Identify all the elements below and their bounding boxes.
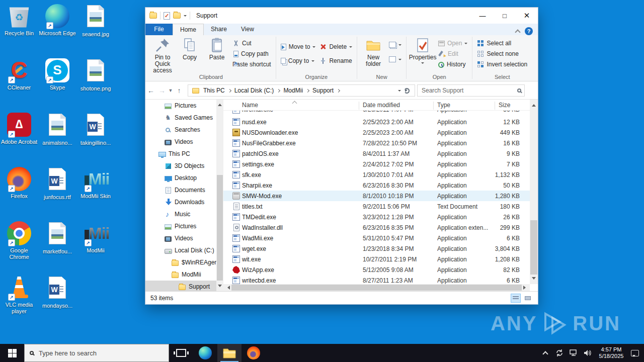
table-row[interactable]: nusd.exe 2/25/2023 2:00 AM Application 1…: [223, 117, 530, 127]
desktop-icon[interactable]: junfocus.rtf: [38, 165, 76, 219]
easy-access-button[interactable]: [387, 54, 404, 64]
taskbar-firefox-button[interactable]: [242, 344, 266, 362]
tab-share[interactable]: Share: [204, 24, 234, 35]
desktop-icon[interactable]: Microsoft Edge: [38, 2, 76, 56]
address-bar[interactable]: This PC Local Disk (C:) ModMii Support: [188, 84, 415, 97]
nav-item[interactable]: This PC: [145, 148, 216, 160]
paste-shortcut-button[interactable]: Paste shortcut: [230, 59, 273, 69]
column-header-name[interactable]: Name: [242, 102, 258, 109]
table-row[interactable]: hiremal.exe 6/26/2011 7:07 PM Applicatio…: [223, 111, 530, 117]
scroll-up-icon[interactable]: [532, 102, 536, 107]
refresh-icon[interactable]: [404, 88, 410, 94]
search-box[interactable]: [417, 84, 525, 97]
tab-home[interactable]: Home: [173, 24, 204, 35]
nav-item[interactable]: 3D Objects: [145, 160, 216, 172]
scroll-right-icon[interactable]: [523, 286, 528, 290]
desktop-icon[interactable]: shotone.png: [76, 56, 115, 111]
desktop-icon[interactable]: Recycle Bin: [0, 2, 38, 56]
new-item-button[interactable]: [387, 40, 404, 50]
tab-file[interactable]: File: [145, 24, 173, 35]
tray-sync-button[interactable]: [553, 344, 566, 362]
scroll-down-icon[interactable]: [532, 277, 536, 282]
copy-button[interactable]: Copy: [176, 36, 203, 73]
back-button[interactable]: ←: [145, 86, 156, 95]
breadcrumb-item[interactable]: Local Disk (C:): [232, 87, 276, 94]
large-icons-view-button[interactable]: [523, 294, 533, 303]
up-button[interactable]: ↑: [174, 86, 185, 95]
desktop-icon[interactable]: ModMii: [76, 219, 115, 274]
breadcrumb-item[interactable]: Support: [310, 87, 336, 94]
table-row[interactable]: Sharpii.exe 6/23/2016 8:30 PM Applicatio…: [223, 180, 530, 191]
nav-scrollbar-thumb[interactable]: [217, 175, 223, 281]
invert-selection-button[interactable]: Invert selection: [475, 59, 529, 69]
nav-item[interactable]: Pictures: [145, 100, 216, 112]
h-scrollbar-thumb[interactable]: [231, 285, 522, 291]
close-button[interactable]: ✕: [516, 8, 538, 24]
minimize-button[interactable]: —: [471, 8, 494, 24]
taskbar-edge-button[interactable]: [193, 344, 217, 362]
cut-button[interactable]: Cut: [230, 38, 273, 48]
scroll-down-icon[interactable]: [218, 285, 222, 289]
table-row[interactable]: wget.exe 1/23/2018 8:34 PM Application 3…: [223, 243, 530, 254]
nav-scrollbar[interactable]: [216, 100, 223, 291]
move-to-button[interactable]: Move to: [279, 42, 318, 52]
nav-item[interactable]: Downloads: [145, 196, 216, 208]
desktop-icon[interactable]: marketfou...: [38, 219, 76, 274]
desktop-icon[interactable]: mondayso...: [38, 274, 76, 328]
qat-customize-chevron-icon[interactable]: [184, 15, 187, 18]
table-row[interactable]: settings.exe 2/24/2012 7:02 PM Applicati…: [223, 159, 530, 169]
table-row[interactable]: TMDedit.exe 3/23/2012 1:28 PM Applicatio…: [223, 212, 530, 222]
table-row[interactable]: patchIOS.exe 8/4/2011 1:37 AM Applicatio…: [223, 148, 530, 159]
taskbar-explorer-button[interactable]: [217, 344, 242, 362]
copy-path-button[interactable]: Copy path: [230, 49, 273, 59]
breadcrumb-item[interactable]: ModMii: [281, 87, 305, 94]
edit-button[interactable]: Edit: [436, 49, 469, 59]
desktop-icon[interactable]: VLC media player: [0, 274, 38, 328]
nav-item[interactable]: Support: [145, 281, 216, 291]
nav-item[interactable]: Videos: [145, 232, 216, 244]
tab-view[interactable]: View: [234, 24, 261, 35]
table-row[interactable]: WizApp.exe 5/12/2005 9:08 AM Application…: [223, 264, 530, 275]
nav-item[interactable]: Desktop: [145, 172, 216, 184]
action-center-button[interactable]: [629, 344, 641, 362]
details-view-button[interactable]: [511, 294, 521, 303]
nav-item[interactable]: Local Disk (C:): [145, 244, 216, 256]
address-dropdown-chevron-icon[interactable]: [398, 90, 401, 93]
recent-locations-chevron-icon[interactable]: ▼: [168, 88, 174, 93]
table-row[interactable]: NusFileGrabber.exe 7/28/2022 10:50 PM Ap…: [223, 138, 530, 148]
column-divider[interactable]: [433, 102, 434, 110]
file-scrollbar-thumb[interactable]: [530, 220, 537, 275]
nav-item[interactable]: Pictures: [145, 220, 216, 232]
table-row[interactable]: titles.txt 9/2/2011 5:06 PM Text Documen…: [223, 201, 530, 212]
task-view-button[interactable]: [169, 344, 193, 362]
nav-item[interactable]: Saved Games: [145, 112, 216, 124]
taskbar-search[interactable]: [24, 344, 169, 362]
scroll-left-icon[interactable]: [225, 286, 230, 290]
scroll-up-icon[interactable]: [218, 102, 222, 106]
column-header-size[interactable]: Size: [499, 102, 510, 109]
desktop-icon[interactable]: Firefox: [0, 165, 38, 219]
desktop-icon[interactable]: Adobe Acrobat: [0, 111, 38, 165]
table-row[interactable]: sfk.exe 1/30/2010 7:01 AM Application 1,…: [223, 169, 530, 180]
file-list-horizontal-scrollbar[interactable]: [223, 284, 530, 291]
forward-button[interactable]: →: [156, 86, 168, 95]
desktop-icon[interactable]: Skype: [38, 56, 76, 111]
properties-button[interactable]: Properties: [409, 36, 436, 73]
copy-to-button[interactable]: Copy to: [279, 56, 318, 66]
search-input[interactable]: [421, 86, 517, 95]
volume-button[interactable]: [582, 344, 594, 362]
breadcrumb-item[interactable]: This PC: [201, 87, 227, 94]
table-row[interactable]: SMW-Mod.exe 8/1/2010 10:18 PM Applicatio…: [223, 191, 530, 201]
nav-item[interactable]: Music: [145, 208, 216, 220]
desktop-icon[interactable]: seaend.jpg: [76, 2, 115, 56]
file-list-vertical-scrollbar[interactable]: [530, 100, 538, 284]
tray-expand-button[interactable]: [539, 344, 551, 362]
column-header-date-modified[interactable]: Date modified: [363, 102, 400, 109]
qat-properties-icon[interactable]: [164, 12, 170, 20]
table-row[interactable]: WadMii.exe 5/31/2010 5:47 PM Application…: [223, 233, 530, 243]
nav-item[interactable]: Videos: [145, 136, 216, 148]
taskbar-search-input[interactable]: [38, 349, 164, 357]
table-row[interactable]: wit.exe 10/27/2011 2:19 PM Application 1…: [223, 254, 530, 264]
maximize-button[interactable]: □: [494, 8, 516, 24]
table-row[interactable]: WadInstaller.dll 6/23/2016 8:35 PM Appli…: [223, 222, 530, 233]
